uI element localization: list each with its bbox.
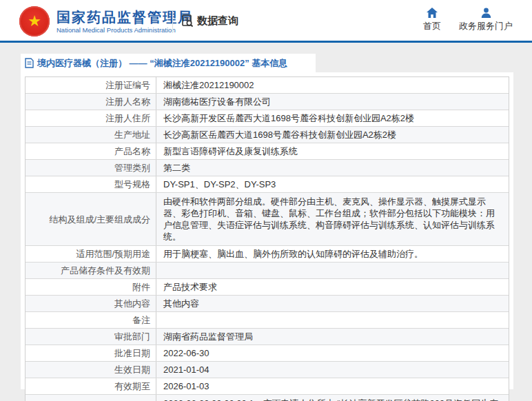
field-label: 生效日期 [25, 362, 156, 378]
data-query-label: 数据查询 [197, 14, 238, 28]
field-label: 生产地址 [25, 127, 156, 143]
document-search-icon [181, 14, 194, 28]
field-value: 2026-01-03 [156, 378, 509, 394]
table-row: 批准日期2022-06-30 [25, 345, 509, 362]
data-query-button[interactable]: 数据查询 [181, 14, 238, 28]
field-label: 附件 [25, 279, 156, 295]
field-value: 其他内容 [156, 296, 509, 311]
nav-home-label: 首页 [423, 20, 441, 32]
field-label: 产品名称 [25, 143, 156, 159]
table-row: 产品名称新型言语障碍评估及康复训练系统 [25, 143, 509, 160]
table-row: 型号规格DY-SP1、DY-SP2、DY-SP3 [25, 176, 509, 193]
field-value: 由硬件和软件两部分组成。硬件部分由主机、麦克风、操作显示器、触摸屏式显示器、彩色… [156, 193, 509, 245]
field-label: 变更情况 [25, 395, 156, 401]
field-value: 湘械注准20212190002 [156, 77, 509, 93]
field-label: 结构及组成/主要组成成分 [25, 193, 156, 245]
table-row: 适用范围/预期用途用于脑梗塞、脑出血、脑外伤所致的认知障碍的评估及辅助治疗。 [25, 246, 509, 263]
table-row: 生产地址长沙高新区岳麓西大道1698号麓谷科技创新创业园A2栋2楼 [25, 127, 509, 143]
field-label: 备注 [25, 312, 156, 328]
table-row: 注册人名称湖南德祐医疗设备有限公司 [25, 94, 509, 110]
nav-portal-label: 政务服务门户 [459, 20, 513, 32]
home-icon [427, 8, 438, 18]
table-row: 注册人住所长沙高新开发区岳麓西大道1698号麓谷科技创新创业园A2栋2楼 [25, 110, 509, 127]
registration-info-table: 注册证编号湘械注准20212190002 注册人名称湖南德祐医疗设备有限公司 注… [25, 76, 509, 401]
field-value [156, 263, 509, 278]
field-label: 管理类别 [25, 160, 156, 176]
field-label: 产品储存条件及有效期 [25, 263, 156, 278]
field-value: 长沙高新开发区岳麓西大道1698号麓谷科技创新创业园A2栋2楼 [156, 110, 509, 126]
site-header: ★ 国家药品监督管理局 National Medical Products Ad… [0, 0, 532, 43]
field-value: 产品技术要求 [156, 279, 509, 295]
field-value: 湖南省药品监督管理局 [156, 329, 509, 345]
content-panel: 注册证编号湘械注准20212190002 注册人名称湖南德祐医疗设备有限公司 注… [21, 72, 513, 389]
field-value: DY-SP1、DY-SP2、DY-SP3 [156, 176, 509, 192]
nav-portal[interactable]: 政务服务门户 [459, 8, 513, 32]
field-value: 2022-06-30 00:00:00 1、变更申请人住所由 “长沙高新开发区谷… [156, 395, 509, 401]
table-row: 附件产品技术要求 [25, 279, 509, 296]
breadcrumb: 境内医疗器械（注册） —— “湘械注准20212190002” 基本信息 [21, 54, 316, 72]
field-value: 长沙高新区岳麓西大道1698号麓谷科技创新创业园A2栋2楼 [156, 127, 509, 143]
field-value: 湖南德祐医疗设备有限公司 [156, 94, 509, 110]
field-label: 型号规格 [25, 176, 156, 192]
table-row: 结构及组成/主要组成成分由硬件和软件两部分组成。硬件部分由主机、麦克风、操作显示… [25, 193, 509, 246]
table-row: 有效期至2026-01-03 [25, 378, 509, 395]
national-emblem-icon: ★ [19, 6, 50, 37]
field-value: 2022-06-30 [156, 345, 509, 361]
field-value: 新型言语障碍评估及康复训练系统 [156, 143, 509, 159]
field-label: 其他内容 [25, 296, 156, 311]
table-row: 备注 [25, 312, 509, 329]
site-logo: ★ 国家药品监督管理局 National Medical Products Ad… [19, 6, 193, 37]
document-icon [25, 58, 34, 68]
field-label: 有效期至 [25, 378, 156, 394]
page-title: 境内医疗器械（注册） —— “湘械注准20212190002” 基本信息 [37, 57, 287, 70]
table-row: 其他内容其他内容 [25, 296, 509, 312]
field-label: 注册人名称 [25, 94, 156, 110]
field-label: 适用范围/预期用途 [25, 246, 156, 262]
field-label: 注册人住所 [25, 110, 156, 126]
field-value: 用于脑梗塞、脑出血、脑外伤所致的认知障碍的评估及辅助治疗。 [156, 246, 509, 262]
table-row: 注册证编号湘械注准20212190002 [25, 77, 509, 94]
table-row: 生效日期2021-01-04 [25, 362, 509, 378]
table-row: 管理类别第二类 [25, 160, 509, 176]
field-value [156, 312, 509, 328]
field-value: 第二类 [156, 160, 509, 176]
user-icon [481, 8, 491, 18]
field-label: 审批部门 [25, 329, 156, 345]
field-value: 2021-01-04 [156, 362, 509, 378]
nav-home[interactable]: 首页 [423, 8, 441, 32]
field-label: 注册证编号 [25, 77, 156, 93]
table-row: 变更情况2022-06-30 00:00:00 1、变更申请人住所由 “长沙高新… [25, 395, 509, 401]
table-row: 审批部门湖南省药品监督管理局 [25, 329, 509, 345]
table-row: 产品储存条件及有效期 [25, 263, 509, 279]
field-label: 批准日期 [25, 345, 156, 361]
header-divider [172, 11, 173, 33]
